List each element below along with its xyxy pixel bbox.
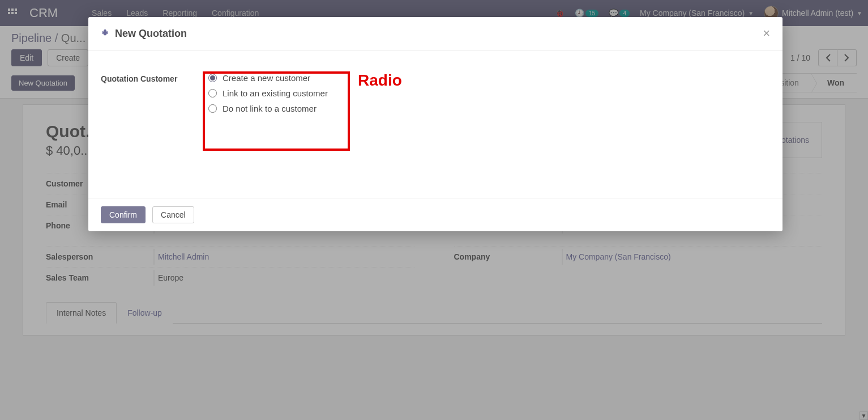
close-button[interactable]: × (763, 26, 770, 41)
bug-icon[interactable] (101, 28, 109, 40)
radio-quotation-customer: Create a new customer Link to an existin… (206, 73, 330, 113)
label-quotation-customer: Quotation Customer (101, 73, 206, 83)
radio-do-not-link[interactable]: Do not link to a customer (208, 104, 328, 113)
cancel-button[interactable]: Cancel (152, 206, 194, 223)
radio-create-new-customer[interactable]: Create a new customer (208, 73, 328, 83)
modal-title: New Quotation (115, 28, 187, 40)
confirm-button[interactable]: Confirm (101, 206, 146, 223)
radio-link-existing-customer[interactable]: Link to an existing customer (208, 88, 328, 98)
new-quotation-modal: New Quotation × Quotation Customer Creat… (88, 17, 783, 231)
